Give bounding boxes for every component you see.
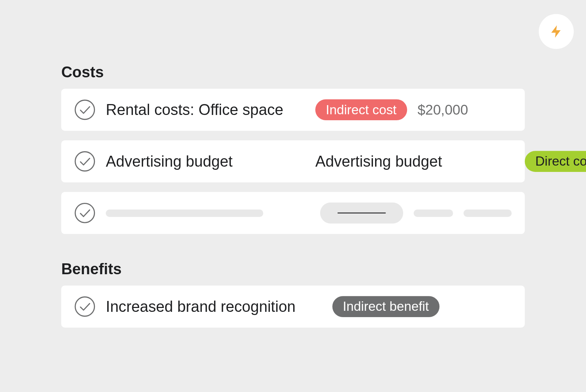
new-cost-item-row[interactable] [61, 192, 525, 234]
svg-point-2 [75, 203, 95, 223]
placeholder-field [464, 209, 512, 217]
check-circle-icon[interactable] [74, 203, 95, 224]
cost-item-row[interactable]: Rental costs: Office space Indirect cost… [61, 89, 525, 131]
text-cursor [337, 213, 386, 213]
placeholder-amount [414, 209, 453, 217]
cost-item-label: Advertising budget [106, 153, 305, 170]
check-circle-icon[interactable] [74, 151, 95, 172]
benefit-item-row[interactable]: Increased brand recognition Indirect ben… [61, 285, 525, 327]
benefit-item-label: Increased brand recognition [106, 298, 296, 315]
cost-item-row[interactable]: Advertising budget Advertising budget Di… [61, 140, 525, 182]
cost-item-label: Advertising budget [315, 153, 514, 170]
main-content: Costs Rental costs: Office space Indirec… [0, 0, 586, 328]
svg-point-3 [75, 297, 95, 316]
lightning-icon [549, 24, 564, 39]
cost-amount: $20,000 [418, 102, 479, 118]
tag-input[interactable] [320, 203, 403, 224]
benefits-section-title: Benefits [61, 260, 525, 278]
cost-item-label: Rental costs: Office space [106, 101, 305, 118]
lightning-button[interactable] [539, 14, 574, 49]
cost-type-tag[interactable]: Indirect cost [315, 99, 407, 120]
placeholder-label [106, 209, 263, 217]
check-circle-icon[interactable] [74, 99, 95, 120]
cost-type-tag[interactable]: Direct cost [525, 151, 586, 172]
costs-section-title: Costs [61, 63, 525, 81]
svg-point-1 [75, 152, 95, 171]
check-circle-icon[interactable] [74, 296, 95, 317]
benefit-type-tag[interactable]: Indirect benefit [332, 296, 439, 317]
svg-point-0 [75, 100, 95, 120]
